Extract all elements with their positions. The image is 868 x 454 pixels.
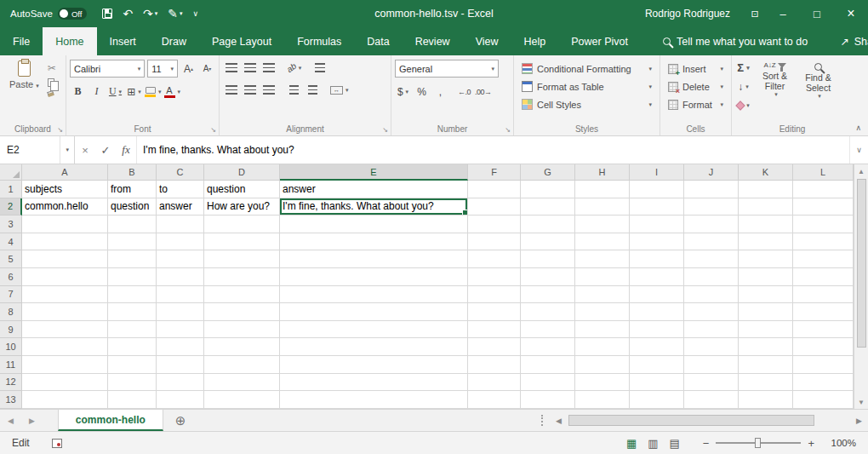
cell-E1[interactable]: answer	[280, 181, 468, 198]
cell-L7[interactable]	[793, 286, 854, 304]
tab-draw[interactable]: Draw	[149, 27, 199, 55]
format-painter-icon[interactable]	[47, 90, 54, 97]
clipboard-dialog-launcher-icon[interactable]: ↘	[57, 126, 63, 134]
font-family-combobox[interactable]: Calibri	[70, 60, 145, 78]
decrease-decimal-icon[interactable]: .00→	[475, 83, 492, 100]
cell-G8[interactable]	[521, 303, 575, 321]
cell-G11[interactable]	[521, 356, 575, 374]
wrap-text-icon[interactable]	[311, 60, 328, 76]
cell-H5[interactable]	[575, 250, 630, 268]
column-header-H[interactable]: H	[575, 164, 630, 181]
column-header-E[interactable]: E	[280, 164, 468, 181]
clear-button[interactable]	[735, 97, 751, 113]
row-header-8[interactable]: 8	[0, 303, 22, 321]
align-top-icon[interactable]	[223, 60, 239, 76]
cell-B9[interactable]	[108, 321, 157, 339]
italic-button[interactable]: I	[89, 83, 105, 100]
cell-K11[interactable]	[739, 356, 793, 374]
page-layout-view-icon[interactable]: ▥	[648, 437, 658, 450]
cell-H13[interactable]	[575, 391, 630, 409]
cell-L5[interactable]	[793, 250, 854, 268]
paste-button[interactable]: Paste	[3, 60, 45, 90]
cell-G10[interactable]	[521, 338, 575, 356]
cell-G13[interactable]	[521, 391, 575, 409]
select-all-corner[interactable]	[0, 164, 22, 181]
column-header-F[interactable]: F	[468, 164, 521, 181]
cell-C2[interactable]: answer	[157, 198, 204, 216]
tab-home[interactable]: Home	[43, 27, 96, 55]
cell-H3[interactable]	[575, 216, 630, 233]
align-middle-icon[interactable]	[242, 60, 258, 76]
zoom-slider-thumb[interactable]	[755, 438, 761, 448]
cell-C10[interactable]	[157, 338, 204, 356]
cell-E11[interactable]	[280, 356, 468, 374]
cell-H11[interactable]	[575, 356, 630, 374]
cell-I2[interactable]	[630, 198, 684, 216]
cell-K8[interactable]	[739, 303, 793, 321]
cell-H4[interactable]	[575, 233, 630, 251]
row-header-9[interactable]: 9	[0, 321, 22, 339]
cell-A13[interactable]	[22, 391, 108, 409]
cell-B1[interactable]: from	[108, 181, 157, 198]
conditional-formatting-button[interactable]: Conditional Formatting	[517, 60, 656, 78]
autosave-toggle[interactable]: AutoSave Off	[0, 8, 95, 20]
cell-L8[interactable]	[793, 303, 854, 321]
sheet-tab-common-hello[interactable]: common-hello	[58, 410, 163, 431]
cell-J3[interactable]	[684, 216, 739, 233]
cell-E4[interactable]	[280, 233, 468, 251]
maximize-button[interactable]: □	[800, 0, 834, 27]
cell-D7[interactable]	[204, 286, 280, 304]
cell-J11[interactable]	[684, 356, 739, 374]
cell-G7[interactable]	[521, 286, 575, 304]
cell-E5[interactable]	[280, 250, 468, 268]
row-header-11[interactable]: 11	[0, 356, 22, 374]
cell-I5[interactable]	[630, 250, 684, 268]
cell-D13[interactable]	[204, 391, 280, 409]
cell-A7[interactable]	[22, 286, 108, 304]
cell-G1[interactable]	[521, 181, 575, 198]
zoom-slider[interactable]	[716, 442, 801, 444]
cell-I1[interactable]	[630, 181, 684, 198]
sheet-nav-right-icon[interactable]: ▶	[21, 410, 43, 431]
cell-J6[interactable]	[684, 268, 739, 286]
row-header-2[interactable]: 2	[0, 198, 22, 216]
font-dialog-launcher-icon[interactable]: ↘	[210, 126, 216, 134]
cell-J7[interactable]	[684, 286, 739, 304]
cancel-icon[interactable]: ×	[75, 136, 95, 164]
tab-formulas[interactable]: Formulas	[284, 27, 354, 55]
share-button[interactable]: ↗ Share	[840, 27, 868, 55]
cell-C9[interactable]	[157, 321, 204, 339]
zoom-out-icon[interactable]: −	[703, 437, 710, 450]
format-cells-button[interactable]: Format	[664, 95, 728, 113]
insert-function-icon[interactable]: fx	[116, 136, 136, 164]
cell-L2[interactable]	[793, 198, 854, 216]
tab-splitter-handle[interactable]	[541, 415, 546, 426]
cell-I13[interactable]	[630, 391, 684, 409]
cell-I9[interactable]	[630, 321, 684, 339]
autosum-button[interactable]: Σ	[735, 60, 751, 76]
cell-C6[interactable]	[157, 268, 204, 286]
tab-insert[interactable]: Insert	[97, 27, 149, 55]
borders-icon[interactable]: ⊞	[126, 83, 142, 100]
cell-D8[interactable]	[204, 303, 280, 321]
column-header-L[interactable]: L	[793, 164, 854, 181]
ribbon-display-options-icon[interactable]: ⊡	[744, 9, 766, 20]
formula-input[interactable]: I'm fine, thanks. What about you?	[136, 136, 849, 164]
cell-A8[interactable]	[22, 303, 108, 321]
cell-I7[interactable]	[630, 286, 684, 304]
cell-E6[interactable]	[280, 268, 468, 286]
cell-F13[interactable]	[468, 391, 521, 409]
cell-A3[interactable]	[22, 216, 108, 233]
cell-B11[interactable]	[108, 356, 157, 374]
cell-H1[interactable]	[575, 181, 630, 198]
tab-power-pivot[interactable]: Power Pivot	[558, 27, 641, 55]
cell-A1[interactable]: subjects	[22, 181, 108, 198]
cell-E13[interactable]	[280, 391, 468, 409]
increase-font-size-icon[interactable]: A▴	[180, 60, 197, 77]
cell-G3[interactable]	[521, 216, 575, 233]
number-format-combobox[interactable]: General	[395, 60, 499, 78]
cell-A5[interactable]	[22, 250, 108, 268]
undo-icon[interactable]: ↶	[123, 7, 133, 20]
enter-icon[interactable]: ✓	[95, 136, 116, 164]
tab-review[interactable]: Review	[403, 27, 463, 55]
